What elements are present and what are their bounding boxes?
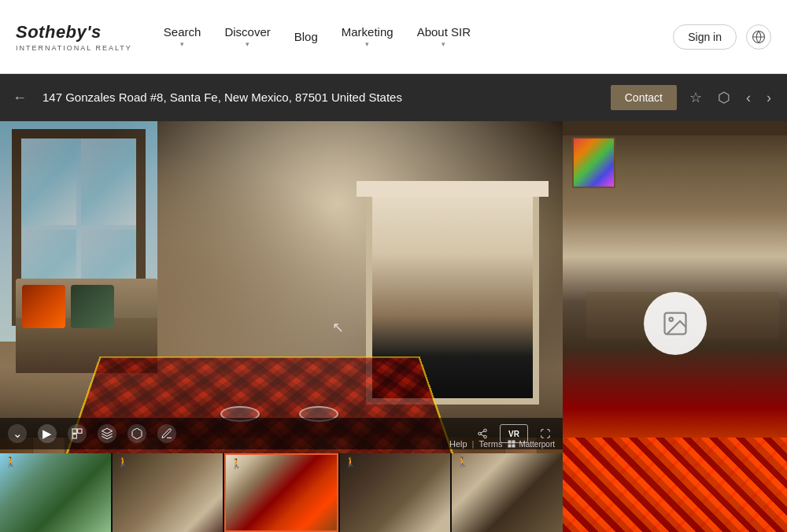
separator: | xyxy=(472,439,475,449)
matterport-footer: Help | Terms Matterport xyxy=(449,439,555,449)
bottom-rug xyxy=(563,438,787,532)
thumb-image xyxy=(226,455,337,530)
photo-panel[interactable] xyxy=(563,121,787,532)
nav-search[interactable]: Search ▾ xyxy=(164,25,201,48)
walk-icon: 🚶 xyxy=(456,456,468,467)
chevron-down-icon: ▾ xyxy=(180,40,184,48)
window-pane xyxy=(81,139,136,225)
thumbnail-5[interactable]: 🚶 xyxy=(452,453,563,532)
thumbnail-2[interactable]: 🚶 xyxy=(113,453,224,532)
svg-rect-6 xyxy=(78,429,82,433)
svg-rect-1 xyxy=(508,441,512,444)
nav-marketing[interactable]: Marketing ▾ xyxy=(342,25,394,48)
walk-icon: 🚶 xyxy=(117,456,129,467)
tour-viewport[interactable]: ↖ Help | Terms Matterport ⌄ ▶ xyxy=(0,121,563,532)
thumb-image xyxy=(452,453,563,532)
artwork xyxy=(572,137,615,188)
cushion xyxy=(22,285,65,328)
virtual-tour-panel[interactable]: ↖ Help | Terms Matterport ⌄ ▶ xyxy=(0,121,563,532)
site-header: Sotheby's INTERNATIONAL REALTY Search ▾ … xyxy=(0,0,787,74)
thumbnail-strip: 🚶 🚶 🚶 🚶 🚶 xyxy=(0,453,563,532)
address-bar: ← 147 Gonzales Road #8, Santa Fe, New Me… xyxy=(0,74,787,121)
chevron-down-icon: ▾ xyxy=(442,40,445,48)
window-pane xyxy=(21,139,76,225)
back-button[interactable]: ← xyxy=(13,90,31,106)
property-address: 147 Gonzales Road #8, Santa Fe, New Mexi… xyxy=(42,90,600,105)
svg-rect-5 xyxy=(72,429,76,433)
layers-button[interactable] xyxy=(98,424,116,443)
logo-subtitle: INTERNATIONAL REALTY xyxy=(16,44,132,52)
main-nav: Search ▾ Discover ▾ Blog Marketing ▾ Abo… xyxy=(164,25,673,48)
external-link-button[interactable]: ⬡ xyxy=(715,87,733,108)
dollhouse-button[interactable] xyxy=(127,424,146,443)
svg-rect-4 xyxy=(512,445,515,448)
fireplace-mantle xyxy=(357,181,549,197)
floorplan-button[interactable] xyxy=(68,424,87,443)
play-button[interactable]: ▶ xyxy=(38,424,57,443)
content-area: ↖ Help | Terms Matterport ⌄ ▶ xyxy=(0,121,787,532)
expand-toggle[interactable]: ⌄ xyxy=(8,424,27,443)
nav-blog[interactable]: Blog xyxy=(294,30,318,43)
ceiling-beam xyxy=(563,121,787,135)
nav-about-sir[interactable]: About SIR ▾ xyxy=(417,25,471,48)
chevron-down-icon: ▾ xyxy=(365,40,369,48)
thumb-image xyxy=(113,453,224,532)
matterport-branding: Matterport xyxy=(507,439,555,449)
thumbnail-3[interactable]: 🚶 xyxy=(224,453,338,532)
cushion xyxy=(71,285,114,328)
prev-listing-button[interactable]: ‹ xyxy=(743,88,754,108)
contact-button[interactable]: Contact xyxy=(611,85,677,110)
favorite-button[interactable]: ☆ xyxy=(686,87,705,108)
logo[interactable]: Sotheby's INTERNATIONAL REALTY xyxy=(16,22,132,52)
terms-link[interactable]: Terms xyxy=(478,439,502,449)
thumbnail-1[interactable]: 🚶 xyxy=(0,453,111,532)
svg-point-10 xyxy=(484,435,487,438)
svg-rect-7 xyxy=(72,434,76,438)
thumb-image xyxy=(340,453,451,532)
walk-icon: 🚶 xyxy=(231,458,242,469)
logo-name: Sotheby's xyxy=(16,22,132,42)
help-link[interactable]: Help xyxy=(449,439,467,449)
language-selector[interactable] xyxy=(746,24,771,50)
thumbnail-4[interactable]: 🚶 xyxy=(340,453,451,532)
thumb-image xyxy=(0,453,111,532)
svg-rect-3 xyxy=(508,445,512,448)
walk-icon: 🚶 xyxy=(5,456,17,467)
image-icon xyxy=(661,309,689,338)
chevron-down-icon: ▾ xyxy=(246,40,249,48)
sign-in-button[interactable]: Sign in xyxy=(673,24,737,50)
pencil-button[interactable] xyxy=(157,424,176,443)
walk-icon: 🚶 xyxy=(345,456,357,467)
address-actions: Contact ☆ ⬡ ‹ › xyxy=(611,85,774,110)
next-listing-button[interactable]: › xyxy=(763,88,774,108)
svg-point-12 xyxy=(669,318,673,322)
nav-discover[interactable]: Discover ▾ xyxy=(224,25,270,48)
svg-point-9 xyxy=(478,432,482,435)
svg-rect-2 xyxy=(512,441,515,444)
photo-icon-overlay[interactable] xyxy=(644,292,707,355)
cursor-indicator: ↖ xyxy=(332,319,344,336)
header-right: Sign in xyxy=(673,24,771,50)
svg-point-8 xyxy=(484,429,487,432)
